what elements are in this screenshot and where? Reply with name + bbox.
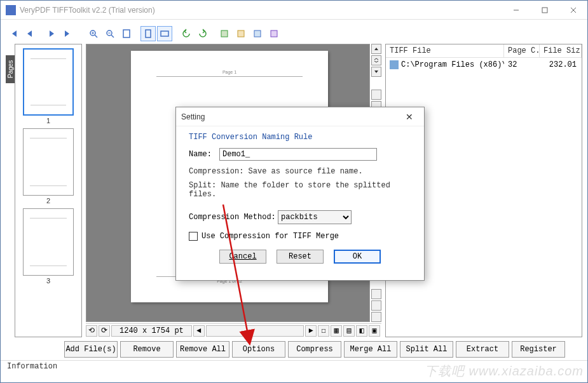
extract-button[interactable]: Extract: [456, 341, 509, 358]
name-label: Name:: [189, 150, 219, 159]
status-btn-2[interactable]: ⟳: [99, 325, 110, 337]
svg-rect-16: [254, 30, 261, 37]
thumbnail-1[interactable]: [23, 48, 74, 116]
preview-top-label: Page 1: [222, 70, 236, 74]
thumbnails-list[interactable]: 1 2 3: [15, 44, 82, 337]
cell-pagec: 32: [504, 59, 540, 71]
svg-rect-15: [238, 30, 244, 37]
side-up-button[interactable]: [371, 44, 381, 54]
thumbnails-column: Pages 1 2 3: [6, 24, 82, 337]
tool-button-3[interactable]: [250, 26, 265, 41]
side-tool-f[interactable]: [371, 289, 381, 299]
fit-page-button[interactable]: [140, 26, 156, 41]
side-down-button[interactable]: [371, 67, 381, 77]
thumbnail-2-label: 2: [15, 197, 81, 205]
hscroll-left[interactable]: ◄: [193, 325, 205, 337]
merge-all-button[interactable]: Merge All: [344, 341, 397, 358]
maximize-button[interactable]: [530, 1, 559, 20]
dialog-title: Setting: [181, 112, 205, 121]
dialog-titlebar: Setting ✕: [176, 107, 424, 126]
svg-rect-13: [161, 31, 168, 36]
status-btn-d[interactable]: ◧: [356, 325, 367, 337]
status-btn-e[interactable]: ▣: [369, 325, 380, 337]
fit-width-button[interactable]: [157, 26, 172, 41]
side-scroll-button[interactable]: [371, 55, 381, 65]
pages-tab[interactable]: Pages: [6, 55, 15, 83]
dialog-group-label: TIFF Conversion Naming Rule: [189, 133, 411, 142]
cell-file: C:\Program Files (x86)\Ver...: [386, 59, 504, 71]
status-btn-a[interactable]: ☐: [318, 325, 329, 337]
thumbnail-1-label: 1: [15, 117, 81, 124]
dialog-cancel-button[interactable]: Cancel: [219, 250, 266, 264]
side-tool-a[interactable]: [371, 90, 381, 100]
first-page-button[interactable]: [6, 26, 21, 41]
name-input[interactable]: [219, 148, 377, 161]
toolbar-main: [86, 24, 381, 44]
compression-hint: Compression: Save as source file name.: [189, 167, 411, 176]
status-dimensions: 1240 x 1754 pt: [111, 325, 192, 337]
file-table-header: TIFF File Page C... File Siz: [386, 44, 582, 58]
hscroll-track[interactable]: [206, 325, 304, 337]
close-button[interactable]: [559, 1, 587, 20]
use-compression-label: Use Compression for TIFF Merge: [202, 232, 339, 241]
options-button[interactable]: Options: [232, 341, 285, 358]
settings-dialog: Setting ✕ TIFF Conversion Naming Rule Na…: [175, 107, 425, 281]
titlebar: VeryPDF TIFFToolkit v2.2 (Trial version): [1, 1, 587, 20]
cell-fsize: 232.01: [540, 59, 582, 71]
tool-button-4[interactable]: [266, 26, 282, 41]
status-btn-1[interactable]: ⟲: [86, 325, 97, 337]
app-icon: [6, 5, 16, 15]
status-bar: ⟲ ⟳ 1240 x 1754 pt ◄ ► ☐ ▦ ▤ ◧ ▣: [86, 323, 381, 337]
file-icon: [390, 60, 399, 69]
dialog-close-button[interactable]: ✕: [400, 112, 419, 122]
thumbnail-3-label: 3: [15, 277, 81, 285]
svg-rect-11: [123, 30, 130, 37]
thumbnail-3[interactable]: [23, 208, 74, 276]
rotate-right-button[interactable]: [195, 26, 210, 41]
toolbar-left: [6, 24, 82, 44]
table-row[interactable]: C:\Program Files (x86)\Ver... 32 232.01: [386, 58, 582, 72]
col-header-fsize[interactable]: File Siz: [540, 44, 582, 57]
method-label: Compression Method:: [189, 213, 278, 222]
thumbnail-2[interactable]: [23, 128, 74, 196]
rotate-left-button[interactable]: [179, 26, 194, 41]
dialog-ok-button[interactable]: OK: [334, 250, 381, 264]
prev-page-button[interactable]: [22, 26, 38, 41]
status-btn-b[interactable]: ▦: [331, 325, 342, 337]
remove-all-button[interactable]: Remove All: [176, 341, 229, 358]
watermark: 下载吧 www.xiazaiba.com: [425, 363, 584, 380]
tool-button-1[interactable]: [217, 26, 232, 41]
svg-rect-1: [542, 8, 547, 13]
col-header-file[interactable]: TIFF File: [386, 44, 504, 57]
zoom-in-button[interactable]: [86, 26, 101, 41]
bottom-button-bar: Add File(s) Remove Remove All Options Co…: [1, 337, 587, 360]
window-title: VeryPDF TIFFToolkit v2.2 (Trial version): [20, 6, 502, 15]
status-btn-c[interactable]: ▤: [343, 325, 355, 337]
side-tool-h[interactable]: [371, 312, 381, 322]
zoom-out-button[interactable]: [102, 26, 118, 41]
last-page-button[interactable]: [60, 26, 76, 41]
minimize-button[interactable]: [502, 1, 530, 20]
compress-button[interactable]: Compress: [288, 341, 341, 358]
svg-line-9: [111, 35, 114, 37]
svg-rect-12: [146, 30, 151, 37]
svg-rect-14: [221, 30, 228, 37]
dialog-reset-button[interactable]: Reset: [277, 250, 324, 264]
hscroll-right[interactable]: ►: [305, 325, 317, 337]
remove-button[interactable]: Remove: [120, 341, 174, 358]
next-page-button[interactable]: [44, 26, 59, 41]
col-header-pagec[interactable]: Page C...: [504, 44, 540, 57]
add-files-button[interactable]: Add File(s): [64, 341, 118, 358]
svg-rect-17: [271, 30, 277, 37]
svg-line-5: [95, 35, 97, 37]
use-compression-checkbox[interactable]: [189, 232, 198, 241]
split-all-button[interactable]: Split All: [400, 341, 453, 358]
side-tool-g[interactable]: [371, 300, 381, 311]
tool-button-2[interactable]: [233, 26, 249, 41]
method-select[interactable]: packbits: [278, 210, 352, 224]
actual-size-button[interactable]: [119, 26, 134, 41]
register-button[interactable]: Register: [512, 341, 565, 358]
split-hint: Split: Name the folder to store the spli…: [189, 181, 411, 199]
